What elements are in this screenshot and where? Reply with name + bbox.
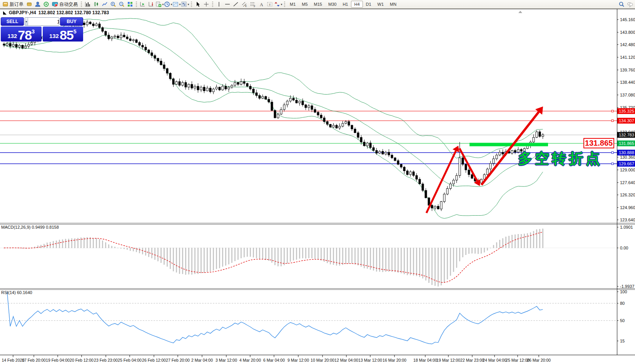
candle	[388, 152, 390, 155]
toolbar-separator	[81, 2, 82, 7]
buy-button[interactable]: BUY	[60, 17, 83, 26]
scroll-indicator-icon[interactable]	[518, 11, 522, 13]
sell-button[interactable]: SELL	[1, 17, 24, 26]
date-label: 17 Feb 20:00	[22, 358, 46, 362]
candle	[514, 150, 516, 152]
support-bar[interactable]	[470, 143, 548, 146]
timeframe-button-d1[interactable]: D1	[363, 1, 374, 8]
line-handle[interactable]	[612, 152, 613, 154]
line-handle[interactable]	[612, 163, 613, 165]
macd-bar	[352, 248, 353, 264]
macd-bar	[170, 248, 171, 269]
candlestick-icon[interactable]	[92, 0, 100, 8]
channel-icon[interactable]: E	[240, 0, 249, 8]
cursor-icon[interactable]	[194, 0, 202, 8]
price-axis[interactable]: 145.160143.800142.480141.120139.760138.4…	[617, 17, 635, 222]
candle	[182, 83, 184, 85]
candle	[172, 79, 174, 85]
arrows-icon[interactable]: ▾	[274, 0, 282, 8]
volume-spinner: ▼ ▲	[25, 17, 59, 26]
line-chart-icon[interactable]	[100, 0, 109, 8]
templates-icon[interactable]: ▾	[172, 0, 181, 8]
timeframe-button-h1[interactable]: H1	[339, 1, 351, 8]
date-label: 4 Mar 20:00	[239, 358, 261, 362]
chart-canvas[interactable]: 145.160143.800142.480141.120139.760138.4…	[0, 0, 635, 364]
candle	[142, 45, 144, 47]
candle	[450, 184, 451, 188]
support-price-label[interactable]: 131.865	[583, 138, 614, 148]
buy-price-pip: 5	[74, 28, 77, 35]
sell-price-panel[interactable]: 132 78 3	[1, 27, 42, 42]
date-axis[interactable]: 14 Feb 202017 Feb 20:0019 Feb 04:0020 Fe…	[2, 355, 551, 362]
buy-price-panel[interactable]: 132 85 5	[43, 27, 84, 42]
chinese-annotation[interactable]: 多空转折点	[518, 149, 603, 168]
signals-icon[interactable]	[42, 0, 50, 8]
tile-windows-icon[interactable]	[126, 0, 134, 8]
candle	[15, 44, 17, 47]
vertical-line-icon[interactable]	[215, 0, 223, 8]
chat-icon[interactable]	[626, 0, 634, 8]
label-icon[interactable]: T	[266, 0, 274, 8]
new-order-button[interactable]: 新订单	[1, 0, 25, 8]
horizontal-line-icon[interactable]	[223, 0, 232, 8]
volume-input[interactable]	[28, 18, 59, 25]
macd-bar	[416, 248, 417, 276]
cursor-icon-glyph	[195, 1, 201, 7]
timeframe-button-h4[interactable]: H4	[351, 1, 363, 8]
auto-scroll-icon[interactable]	[139, 0, 147, 8]
macd-bar	[102, 241, 103, 248]
account-icon[interactable]	[33, 0, 42, 8]
timeframe-button-m15[interactable]: M15	[311, 1, 325, 8]
macd-bar	[182, 248, 183, 274]
macd-bar	[173, 248, 174, 271]
macd-bar	[244, 248, 245, 257]
chart-shift-icon[interactable]	[147, 0, 155, 8]
zoom-out-icon[interactable]	[117, 0, 126, 8]
timeframe-button-m5[interactable]: M5	[299, 1, 311, 8]
price-badge-label: 129.667	[619, 161, 634, 166]
candle	[394, 158, 396, 161]
line-handle[interactable]	[612, 110, 613, 112]
timeframe-button-m1[interactable]: M1	[287, 1, 299, 8]
add-indicator-icon[interactable]: ▾	[155, 0, 164, 8]
periods-icon[interactable]: ▾	[164, 0, 172, 8]
text-icon[interactable]: A	[257, 0, 266, 8]
axis-tick-label: 139.760	[620, 68, 635, 72]
trend-arrow-line[interactable]	[481, 112, 539, 185]
crosshair-icon[interactable]	[202, 0, 211, 8]
macd-bar	[90, 238, 91, 248]
candles-layer	[3, 20, 544, 211]
candle	[542, 135, 544, 136]
profiles-icon[interactable]	[25, 0, 33, 8]
indicator-list-icon[interactable]: ▾	[181, 0, 189, 8]
candle	[256, 93, 257, 95]
candle	[422, 184, 424, 190]
timeframe-button-mn[interactable]: MN	[387, 1, 399, 8]
axis-tick-label: 1.0901	[620, 225, 633, 229]
bar-chart-icon[interactable]	[84, 0, 92, 8]
line-handle[interactable]	[612, 120, 613, 122]
axis-tick-label: 130.360	[620, 155, 635, 160]
macd-bar	[161, 248, 162, 263]
fibonacci-icon[interactable]: F	[249, 0, 257, 8]
candle	[456, 176, 458, 180]
macd-bar	[262, 248, 263, 259]
svg-text:A: A	[260, 2, 263, 7]
trend-arrow-line[interactable]	[460, 148, 477, 181]
macd-bar	[44, 244, 45, 248]
candle	[212, 89, 214, 92]
candle	[271, 102, 273, 110]
macd-bar	[65, 239, 66, 248]
bb-lower-band	[4, 35, 543, 218]
timeframe-button-m30[interactable]: M30	[325, 1, 339, 8]
search-icon[interactable]	[617, 0, 626, 8]
macd-bar	[124, 248, 125, 249]
trendline-icon[interactable]	[232, 0, 240, 8]
candle	[299, 101, 301, 103]
volume-decrease-button[interactable]: ▼	[25, 18, 28, 25]
candle	[357, 133, 359, 137]
macd-bar	[59, 240, 60, 248]
zoom-in-icon[interactable]	[109, 0, 117, 8]
timeframe-button-w1[interactable]: W1	[374, 1, 387, 8]
auto-trading-button[interactable]: 自动交易	[50, 0, 79, 8]
